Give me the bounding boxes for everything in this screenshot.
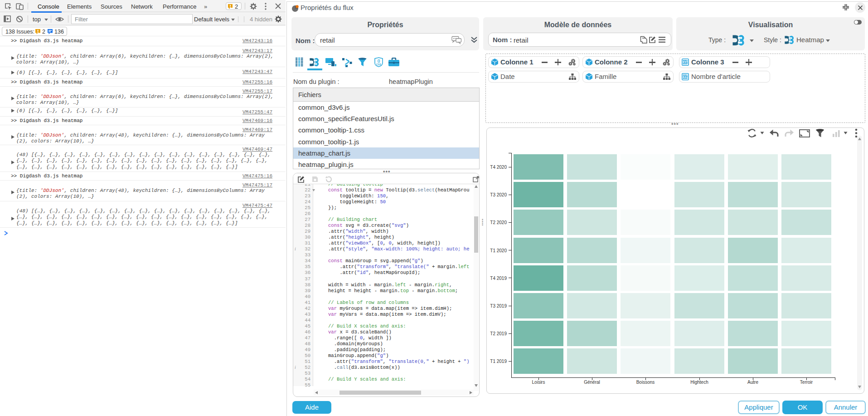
svg-text:CSS: CSS bbox=[376, 63, 382, 66]
svg-text:{}: {} bbox=[377, 59, 380, 63]
